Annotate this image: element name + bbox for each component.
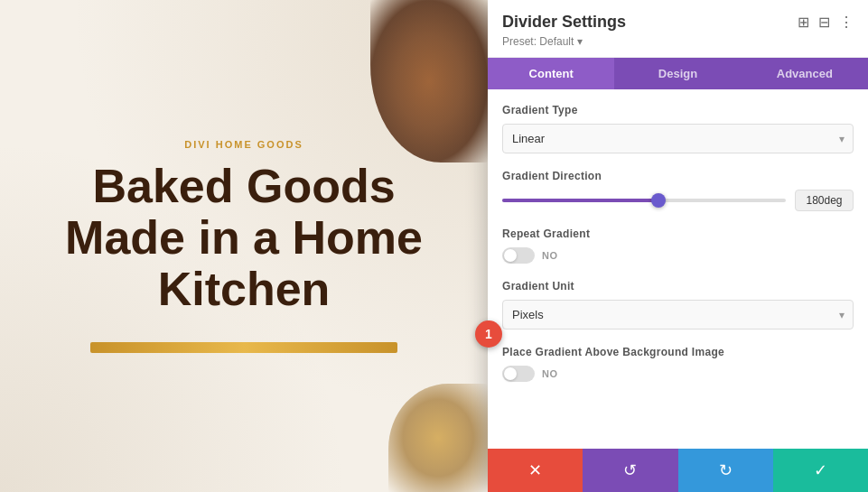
expand-icon[interactable]: ⊞ <box>798 14 809 31</box>
gradient-direction-fill <box>502 199 658 202</box>
panel-icons: ⊞ ⊟ ⋮ <box>798 14 854 31</box>
panel-body: Gradient Type Linear Radial Conic ▾ Grad… <box>488 89 868 449</box>
place-gradient-toggle-label: NO <box>542 368 558 379</box>
gradient-type-select[interactable]: Linear Radial Conic <box>502 124 854 153</box>
repeat-gradient-toggle[interactable] <box>502 247 535 264</box>
gradient-unit-select-wrapper: Pixels Percent ▾ <box>502 300 854 330</box>
save-button[interactable]: ✓ <box>773 449 868 492</box>
repeat-gradient-label: Repeat Gradient <box>502 227 854 240</box>
gradient-unit-field: Gradient Unit Pixels Percent ▾ <box>502 280 854 330</box>
gradient-direction-slider-row: 180deg <box>502 190 854 211</box>
panel-footer: ✕ ↺ ↻ ✓ <box>488 449 868 492</box>
panel-title: Divider Settings <box>502 13 626 32</box>
gradient-unit-select[interactable]: Pixels Percent <box>502 300 854 330</box>
place-gradient-label: Place Gradient Above Background Image <box>502 346 854 358</box>
more-icon[interactable]: ⋮ <box>839 14 854 31</box>
gradient-type-field: Gradient Type Linear Radial Conic ▾ <box>502 104 854 153</box>
tab-design[interactable]: Design <box>614 58 741 89</box>
gradient-unit-label: Gradient Unit <box>502 280 854 292</box>
left-panel: DIVI HOME GOODS Baked Goods Made in a Ho… <box>0 0 488 492</box>
panel-title-row: Divider Settings ⊞ ⊟ ⋮ <box>502 13 854 32</box>
place-gradient-toggle[interactable] <box>502 366 535 382</box>
badge-1: 1 <box>475 320 502 348</box>
gradient-type-select-wrapper: Linear Radial Conic ▾ <box>502 124 854 153</box>
gradient-direction-label: Gradient Direction <box>502 170 854 182</box>
redo-button[interactable]: ↻ <box>678 449 773 492</box>
place-gradient-toggle-row: NO <box>502 366 854 382</box>
settings-panel: Divider Settings ⊞ ⊟ ⋮ Preset: Default ▾… <box>488 0 868 492</box>
gradient-direction-value[interactable]: 180deg <box>795 190 854 211</box>
repeat-gradient-toggle-row: NO <box>502 247 854 264</box>
brand-name: DIVI HOME GOODS <box>184 139 303 150</box>
repeat-gradient-toggle-label: NO <box>542 250 558 261</box>
gradient-direction-field: Gradient Direction 180deg <box>502 170 854 211</box>
undo-button[interactable]: ↺ <box>583 449 677 492</box>
gradient-type-label: Gradient Type <box>502 104 854 116</box>
gradient-direction-thumb[interactable] <box>651 193 666 208</box>
place-gradient-knob <box>504 367 517 380</box>
place-gradient-field: Place Gradient Above Background Image NO <box>502 346 854 382</box>
tab-content[interactable]: Content <box>488 58 614 89</box>
divider-bar <box>90 342 397 353</box>
tab-advanced[interactable]: Advanced <box>742 58 868 89</box>
gradient-direction-track[interactable] <box>502 199 786 202</box>
panel-preset[interactable]: Preset: Default ▾ <box>502 35 854 48</box>
deco-bottom-right <box>388 384 488 492</box>
repeat-gradient-field: Repeat Gradient NO <box>502 227 854 264</box>
repeat-gradient-knob <box>504 249 517 262</box>
main-title: Baked Goods Made in a Home Kitchen <box>54 161 434 316</box>
layout-icon[interactable]: ⊟ <box>818 14 830 31</box>
tabs: Content Design Advanced <box>488 58 868 89</box>
deco-top-right <box>370 0 488 162</box>
cancel-button[interactable]: ✕ <box>488 449 583 492</box>
panel-header: Divider Settings ⊞ ⊟ ⋮ Preset: Default ▾ <box>488 0 868 58</box>
